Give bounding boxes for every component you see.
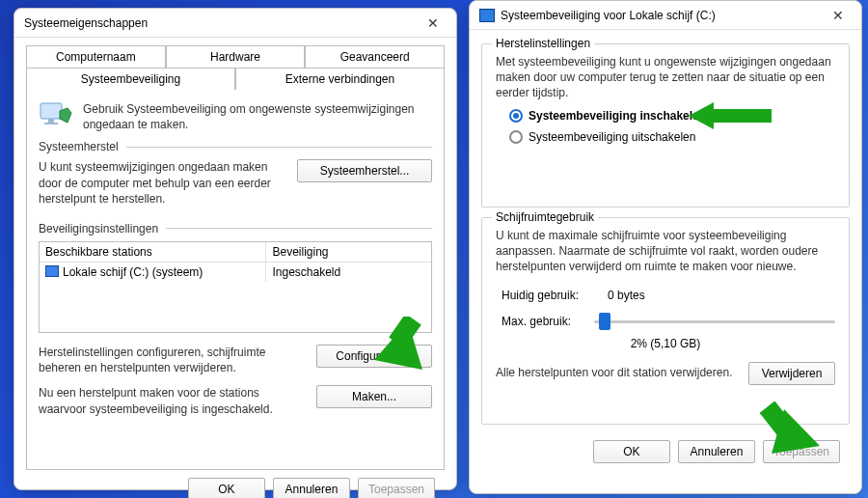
titlebar: Systeemeigenschappen ✕ [14, 9, 456, 38]
configure-description: Herstelinstellingen configureren, schijf… [39, 345, 301, 375]
protection-intro-text: Gebruik Systeembeveiliging om ongewenste… [83, 99, 432, 132]
radio-enable-protection[interactable]: Systeembeveiliging inschakelen [509, 109, 835, 123]
cancel-button[interactable]: Annuleren [678, 440, 755, 463]
drive-protection-status: Ingeschakeld [266, 263, 431, 282]
drive-row-c[interactable]: Lokale schijf (C:) (systeem) Ingeschakel… [40, 263, 431, 282]
configure-button[interactable]: Configureren... [316, 345, 432, 368]
disk-usage-group: Schijfruimtegebruik U kunt de maximale s… [481, 217, 850, 425]
apply-button: Toepassen [358, 478, 435, 498]
radio-on-icon [509, 109, 523, 123]
system-restore-description: U kunt systeemwijzigingen ongedaan maken… [39, 159, 282, 207]
current-usage-value: 0 bytes [608, 289, 645, 302]
svg-rect-2 [44, 123, 58, 124]
tab-panel-protection: Gebruik Systeembeveiliging om ongewenste… [26, 89, 445, 470]
drive-name: Lokale schijf (C:) (systeem) [63, 265, 203, 279]
delete-restore-points-description: Alle herstelpunten voor dit station verw… [496, 365, 737, 380]
max-usage-label: Max. gebruik: [502, 315, 571, 328]
ok-button[interactable]: OK [593, 440, 670, 463]
svg-rect-1 [48, 119, 54, 123]
ok-button[interactable]: OK [188, 478, 265, 498]
system-properties-window: Systeemeigenschappen ✕ Computernaam Hard… [14, 8, 457, 490]
window-title: Systeembeveiliging voor Lokale schijf (C… [501, 9, 825, 22]
current-usage-label: Huidig gebruik: [502, 289, 579, 302]
slider-thumb[interactable] [599, 313, 610, 330]
column-header-stations: Beschikbare stations [40, 242, 266, 262]
max-usage-slider[interactable] [594, 312, 835, 331]
protection-settings-legend: Beveiligingsinstellingen [39, 222, 158, 235]
system-restore-button[interactable]: Systeemherstel... [297, 159, 432, 182]
tab-hardware[interactable]: Hardware [166, 45, 306, 68]
system-protection-config-window: Systeembeveiliging voor Lokale schijf (C… [469, 0, 862, 494]
tab-system-protection[interactable]: Systeembeveiliging [26, 68, 235, 90]
disk-usage-legend: Schijfruimtegebruik [492, 210, 598, 224]
radio-enable-label: Systeembeveiliging inschakelen [529, 109, 706, 123]
tab-strip: Computernaam Hardware Geavanceerd Systee… [26, 45, 445, 470]
column-header-protection: Beveiliging [266, 242, 431, 262]
drives-list[interactable]: Beschikbare stations Beveiliging Lokale … [39, 241, 432, 333]
svg-rect-0 [41, 103, 62, 119]
create-restore-point-button[interactable]: Maken... [316, 385, 432, 408]
create-description: Nu een herstelpunt maken voor de station… [39, 385, 301, 416]
restore-settings-group: Herstelinstellingen Met systeembeveiligi… [481, 43, 850, 208]
tab-advanced[interactable]: Geavanceerd [305, 45, 445, 68]
apply-button: Toepassen [763, 440, 840, 463]
system-icon [479, 9, 495, 22]
cancel-button[interactable]: Annuleren [273, 478, 350, 498]
system-restore-legend: Systeemherstel [39, 140, 119, 153]
protection-shield-icon [39, 99, 73, 132]
restore-settings-legend: Herstelinstellingen [492, 37, 594, 50]
window-title: Systeemeigenschappen [24, 16, 420, 30]
radio-disable-protection[interactable]: Systeembeveiliging uitschakelen [509, 130, 835, 144]
radio-off-icon [509, 130, 523, 144]
titlebar: Systeembeveiliging voor Lokale schijf (C… [470, 1, 861, 30]
close-icon[interactable]: ✕ [825, 6, 852, 25]
max-usage-percent: 2% (5,10 GB) [496, 337, 835, 350]
radio-disable-label: Systeembeveiliging uitschakelen [529, 130, 695, 144]
drive-icon [45, 265, 59, 277]
delete-button[interactable]: Verwijderen [748, 362, 835, 385]
close-icon[interactable]: ✕ [420, 14, 447, 33]
tab-remote[interactable]: Externe verbindingen [235, 68, 445, 90]
restore-settings-intro: Met systeembeveiliging kunt u ongewenste… [496, 54, 835, 101]
disk-usage-intro: U kunt de maximale schijfruimte voor sys… [496, 228, 835, 275]
tab-computer-name[interactable]: Computernaam [26, 45, 166, 68]
